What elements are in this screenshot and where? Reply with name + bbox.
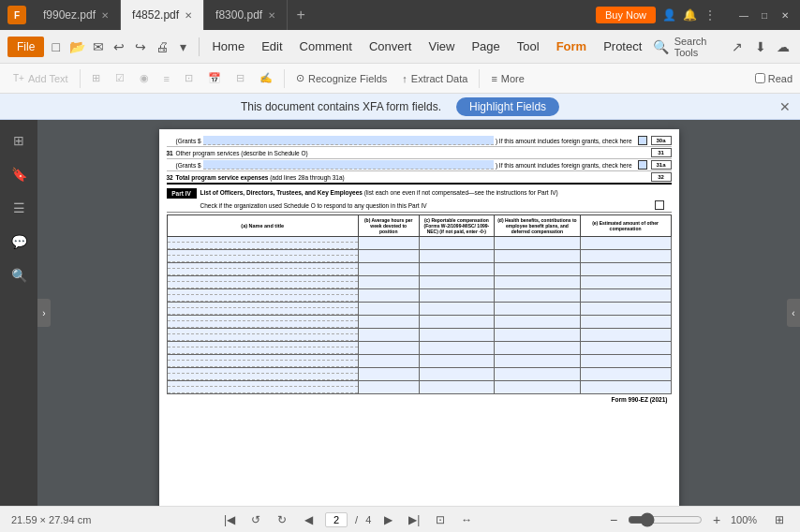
- officer-comp-8[interactable]: [419, 329, 495, 342]
- officer-name-1[interactable]: [167, 237, 358, 250]
- officer-health-7[interactable]: [495, 316, 580, 329]
- prev-page-button[interactable]: ◀: [299, 510, 318, 529]
- more-button[interactable]: ≡ More: [485, 70, 529, 87]
- menu-dots-icon[interactable]: ⋮: [703, 7, 718, 22]
- schedule-o-checkbox[interactable]: [655, 200, 664, 210]
- officer-other-9[interactable]: [580, 342, 671, 355]
- officer-comp-7[interactable]: [419, 316, 495, 329]
- toolbar-icon7[interactable]: ⊟: [230, 69, 250, 87]
- toolbar-icon3[interactable]: ◉: [134, 69, 155, 87]
- officer-hours-7[interactable]: [358, 316, 419, 329]
- officer-name-4[interactable]: [167, 276, 358, 289]
- cloud-icon[interactable]: ☁: [774, 36, 793, 58]
- officer-other-1[interactable]: [580, 237, 671, 250]
- tab-f4852[interactable]: f4852.pdf ✕: [121, 0, 204, 30]
- toolbar-icon5[interactable]: ⊡: [179, 69, 199, 87]
- officer-hours-11[interactable]: [358, 368, 419, 381]
- officer-other-5[interactable]: [580, 289, 671, 303]
- officer-health-11[interactable]: [495, 368, 580, 381]
- officer-comp-6[interactable]: [419, 303, 495, 316]
- close-button[interactable]: ✕: [778, 7, 793, 22]
- officer-health-1[interactable]: [495, 237, 580, 250]
- profile-icon[interactable]: 👤: [661, 7, 676, 22]
- menu-protect[interactable]: Protect: [596, 36, 649, 57]
- officer-comp-1[interactable]: [419, 237, 495, 250]
- officer-hours-6[interactable]: [358, 303, 419, 316]
- officer-health-2[interactable]: [495, 250, 580, 263]
- read-checkbox[interactable]: [755, 73, 765, 83]
- officer-other-12[interactable]: [580, 381, 671, 394]
- toolbar-icon2[interactable]: ☑: [110, 69, 130, 87]
- menu-edit[interactable]: Edit: [254, 36, 289, 57]
- dropdown-icon[interactable]: ▾: [173, 36, 193, 58]
- open-file-icon[interactable]: 📂: [67, 36, 87, 58]
- view-mode-button[interactable]: ⊞: [770, 510, 789, 529]
- toolbar-icon8[interactable]: ✍: [254, 69, 278, 87]
- officer-health-12[interactable]: [495, 381, 580, 394]
- officer-comp-5[interactable]: [419, 289, 495, 303]
- search-tools-icon[interactable]: 🔍: [651, 36, 670, 58]
- tab-f8300[interactable]: f8300.pdf ✕: [204, 0, 288, 30]
- officer-name-10[interactable]: [167, 355, 358, 368]
- toolbar-icon6[interactable]: 📅: [202, 69, 227, 87]
- next-page-button[interactable]: ▶: [378, 510, 397, 529]
- officer-name-6[interactable]: [167, 303, 358, 316]
- highlight-fields-button[interactable]: Highlight Fields: [456, 97, 559, 116]
- print-icon[interactable]: 🖨: [152, 36, 171, 58]
- fit-page-button[interactable]: ⊡: [431, 510, 450, 529]
- officer-other-4[interactable]: [580, 276, 671, 289]
- email-icon[interactable]: ✉: [89, 36, 109, 58]
- page-number-input[interactable]: [325, 512, 348, 527]
- buy-now-button[interactable]: Buy Now: [596, 7, 656, 23]
- officer-health-10[interactable]: [495, 355, 580, 368]
- officer-name-12[interactable]: [167, 381, 358, 394]
- officer-hours-5[interactable]: [358, 289, 419, 303]
- officer-health-3[interactable]: [495, 263, 580, 276]
- officer-name-2[interactable]: [167, 250, 358, 263]
- officer-comp-12[interactable]: [419, 381, 495, 394]
- external-link-icon[interactable]: ↗: [728, 36, 747, 58]
- new-file-icon[interactable]: □: [46, 36, 66, 58]
- officer-comp-11[interactable]: [419, 368, 495, 381]
- panel-bookmarks-icon[interactable]: 🔖: [6, 161, 32, 187]
- officer-name-8[interactable]: [167, 329, 358, 342]
- officer-other-6[interactable]: [580, 303, 671, 316]
- extract-data-button[interactable]: ↑ Extract Data: [396, 70, 473, 87]
- recognize-fields-button[interactable]: ⊙ Recognize Fields: [290, 69, 393, 87]
- tab-close-f990ez[interactable]: ✕: [101, 10, 109, 21]
- officer-hours-9[interactable]: [358, 342, 419, 355]
- officer-hours-4[interactable]: [358, 276, 419, 289]
- officer-hours-2[interactable]: [358, 250, 419, 263]
- right-panel-collapse[interactable]: ‹: [787, 299, 800, 327]
- download-icon[interactable]: ⬇: [750, 36, 769, 58]
- menu-home[interactable]: Home: [204, 36, 252, 57]
- add-text-button[interactable]: T+ Add Text: [7, 70, 74, 87]
- officer-hours-1[interactable]: [358, 237, 419, 250]
- grants-field-30a[interactable]: [203, 136, 494, 145]
- officer-other-3[interactable]: [580, 263, 671, 276]
- officer-name-3[interactable]: [167, 263, 358, 276]
- officer-other-8[interactable]: [580, 329, 671, 342]
- minimize-button[interactable]: —: [736, 7, 751, 22]
- undo-icon[interactable]: ↩: [110, 36, 129, 58]
- toolbar-icon1[interactable]: ⊞: [86, 69, 106, 87]
- officer-health-8[interactable]: [495, 329, 580, 342]
- grants-check-30a[interactable]: [638, 136, 647, 145]
- officer-other-11[interactable]: [580, 368, 671, 381]
- panel-comments-icon[interactable]: 💬: [6, 229, 32, 255]
- redo-icon[interactable]: ↪: [131, 36, 151, 58]
- officer-health-9[interactable]: [495, 342, 580, 355]
- grants-field-31a[interactable]: [203, 160, 494, 170]
- officer-name-11[interactable]: [167, 368, 358, 381]
- grants-check-31a[interactable]: [638, 160, 647, 170]
- officer-health-4[interactable]: [495, 276, 580, 289]
- officer-hours-8[interactable]: [358, 329, 419, 342]
- maximize-button[interactable]: □: [757, 7, 772, 22]
- menu-page[interactable]: Page: [464, 36, 507, 57]
- officer-name-7[interactable]: [167, 316, 358, 329]
- tab-close-f4852[interactable]: ✕: [185, 10, 192, 21]
- officer-comp-9[interactable]: [419, 342, 495, 355]
- xfa-close-button[interactable]: ✕: [779, 99, 791, 114]
- left-panel-collapse[interactable]: ›: [37, 299, 51, 327]
- rotate-right-button[interactable]: ↻: [273, 510, 291, 529]
